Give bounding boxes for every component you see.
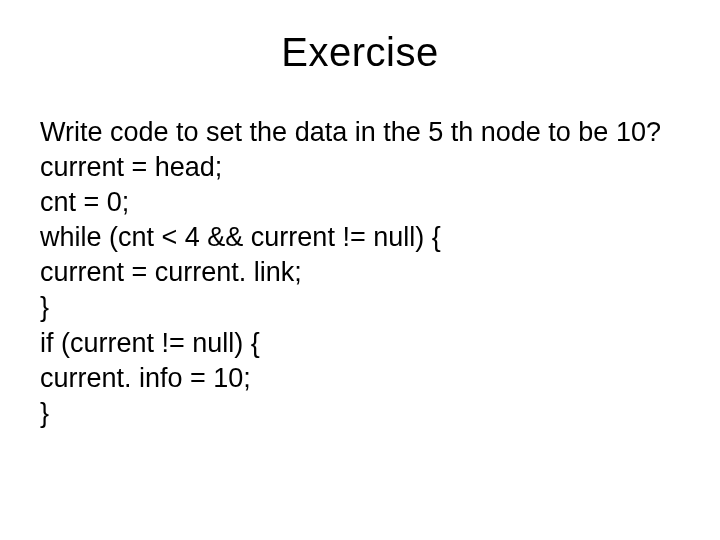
- body-line: current. info = 10;: [40, 361, 680, 396]
- body-line: cnt = 0;: [40, 185, 680, 220]
- body-line: while (cnt < 4 && current != null) {: [40, 220, 680, 255]
- slide-title: Exercise: [40, 30, 680, 75]
- body-line: current = current. link;: [40, 255, 680, 290]
- body-line: }: [40, 396, 680, 431]
- body-line: }: [40, 290, 680, 325]
- body-line: Write code to set the data in the 5 th n…: [40, 115, 680, 150]
- body-line: if (current != null) {: [40, 326, 680, 361]
- slide-body: Write code to set the data in the 5 th n…: [40, 115, 680, 431]
- slide: Exercise Write code to set the data in t…: [0, 0, 720, 540]
- body-line: current = head;: [40, 150, 680, 185]
